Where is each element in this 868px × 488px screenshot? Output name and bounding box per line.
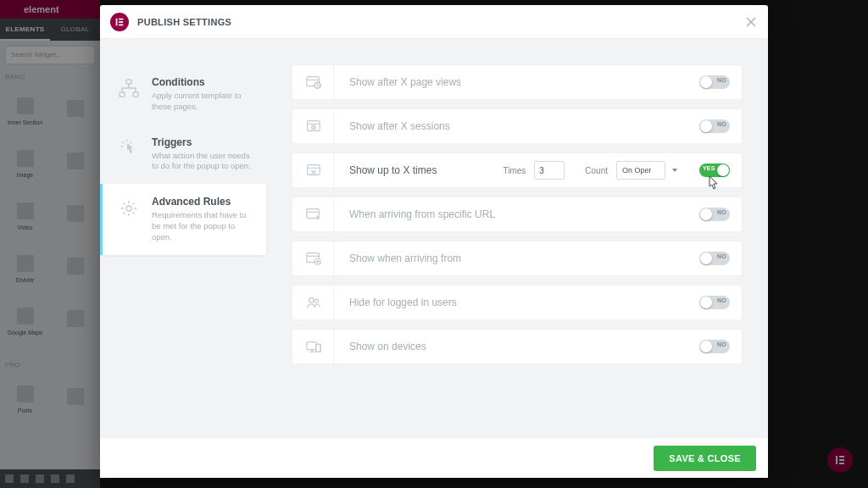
rule-logged-in: Hide for logged in users NO bbox=[292, 285, 743, 320]
save-and-close-button[interactable]: SAVE & CLOSE bbox=[654, 446, 756, 471]
toggle-arriving-from[interactable]: NO bbox=[699, 252, 730, 265]
modal-title: PUBLISH SETTINGS bbox=[137, 17, 231, 27]
svg-rect-10 bbox=[133, 92, 138, 97]
count-label: Count bbox=[585, 166, 608, 175]
svg-rect-8 bbox=[126, 80, 131, 84]
rule-label: Show up to X times bbox=[349, 164, 437, 176]
toggle-devices[interactable]: NO bbox=[699, 340, 730, 353]
toggle-specific-url[interactable]: NO bbox=[699, 208, 730, 221]
svg-rect-6 bbox=[119, 21, 123, 23]
rule-label: Show on devices bbox=[349, 341, 426, 352]
toggle-logged-in[interactable]: NO bbox=[699, 296, 730, 309]
count-select[interactable]: On Open bbox=[616, 161, 665, 180]
sessions-icon bbox=[304, 117, 323, 136]
svg-point-11 bbox=[126, 206, 131, 211]
devices-icon bbox=[304, 337, 323, 356]
side-desc-advanced-rules: Requirements that have to be met for the… bbox=[152, 210, 254, 242]
rules-list: Show after X page views NO Show after X … bbox=[266, 39, 768, 437]
toggle-page-views[interactable]: NO bbox=[699, 75, 730, 89]
close-icon bbox=[746, 17, 756, 27]
toggle-up-to-x-times[interactable]: YES bbox=[699, 164, 730, 177]
elementor-logo-icon bbox=[110, 13, 129, 31]
logged-in-icon bbox=[304, 293, 323, 312]
side-item-conditions[interactable]: Conditions Apply current template to the… bbox=[100, 64, 266, 125]
close-button[interactable] bbox=[743, 14, 760, 30]
svg-rect-9 bbox=[120, 92, 125, 97]
side-title-conditions: Conditions bbox=[152, 76, 254, 88]
rule-label: When arriving from specific URL bbox=[349, 208, 495, 220]
svg-rect-5 bbox=[119, 18, 123, 19]
side-desc-conditions: Apply current template to these pages. bbox=[152, 91, 254, 113]
modal-header: PUBLISH SETTINGS bbox=[100, 5, 768, 39]
advanced-rules-icon bbox=[116, 196, 142, 221]
arriving-from-icon bbox=[304, 249, 323, 268]
rule-arriving-from: Show when arriving from NO bbox=[292, 241, 743, 276]
rule-up-to-x-times: Show up to X times Times Count On Open Y… bbox=[292, 152, 743, 188]
specific-url-icon bbox=[304, 205, 323, 224]
conditions-icon bbox=[116, 76, 142, 102]
rule-page-views: Show after X page views NO bbox=[292, 64, 743, 100]
times-label: Times bbox=[503, 166, 526, 175]
side-title-advanced-rules: Advanced Rules bbox=[152, 196, 254, 208]
svg-rect-7 bbox=[119, 24, 123, 25]
up-to-x-times-icon bbox=[304, 161, 323, 180]
cursor-icon bbox=[706, 175, 718, 191]
side-title-triggers: Triggers bbox=[152, 136, 254, 148]
triggers-icon bbox=[116, 136, 142, 162]
svg-rect-4 bbox=[116, 18, 118, 25]
times-input[interactable] bbox=[534, 161, 565, 180]
rule-label: Show after X sessions bbox=[349, 120, 450, 132]
rule-label: Show after X page views bbox=[349, 76, 461, 88]
rule-devices: Show on devices NO bbox=[292, 329, 743, 364]
side-item-advanced-rules[interactable]: Advanced Rules Requirements that have to… bbox=[100, 184, 266, 254]
page-views-icon bbox=[304, 73, 323, 92]
svg-rect-17 bbox=[308, 165, 320, 175]
settings-side-nav: Conditions Apply current template to the… bbox=[100, 39, 266, 437]
toggle-sessions[interactable]: NO bbox=[699, 119, 730, 133]
publish-settings-modal: PUBLISH SETTINGS Co bbox=[100, 5, 768, 478]
rule-specific-url: When arriving from specific URL NO bbox=[292, 197, 743, 232]
rule-label: Show when arriving from bbox=[349, 252, 461, 264]
modal-footer: SAVE & CLOSE bbox=[100, 437, 768, 478]
rule-label: Hide for logged in users bbox=[349, 297, 457, 308]
side-item-triggers[interactable]: Triggers What action the user needs to d… bbox=[100, 125, 266, 185]
side-desc-triggers: What action the user needs to do for the… bbox=[152, 151, 254, 173]
svg-rect-24 bbox=[316, 344, 320, 352]
rule-sessions: Show after X sessions NO bbox=[292, 108, 743, 144]
svg-point-21 bbox=[309, 298, 314, 302]
svg-rect-23 bbox=[307, 342, 317, 350]
svg-point-22 bbox=[315, 299, 319, 302]
modal-overlay: PUBLISH SETTINGS Co bbox=[0, 0, 868, 488]
